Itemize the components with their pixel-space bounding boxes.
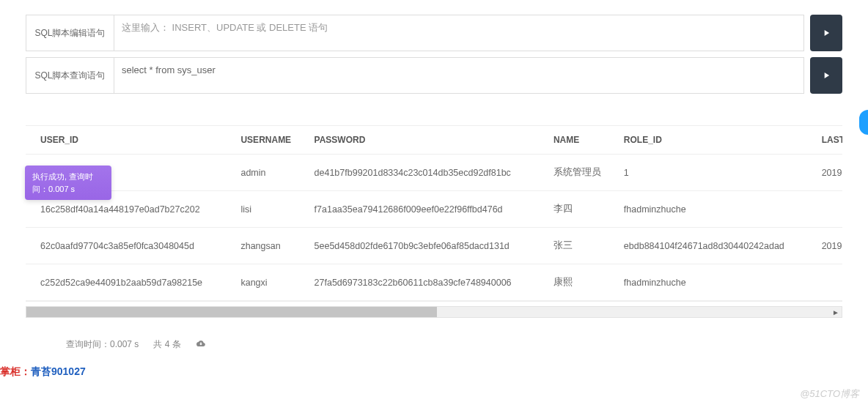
- watermark: @51CTO博客: [800, 387, 859, 401]
- shopkeeper-prefix: 掌柜：: [0, 365, 31, 377]
- col-last-login: LAST_LO: [814, 126, 842, 155]
- sql-edit-label: SQL脚本编辑语句: [26, 15, 114, 51]
- play-icon: [821, 28, 831, 38]
- scroll-right-icon[interactable]: ►: [830, 307, 842, 317]
- table-row[interactable]: 16c258df40a14a448197e0ad7b27c202 lisi f7…: [26, 191, 842, 228]
- col-user-id: USER_ID: [26, 126, 233, 155]
- run-query-button[interactable]: [810, 57, 842, 94]
- cell-name: 系统管理员: [546, 155, 617, 191]
- cell-role-id: fhadminzhuche: [617, 191, 814, 228]
- cell-role-id: 1: [617, 155, 814, 191]
- tooltip-line2: 间：0.007 s: [32, 183, 104, 196]
- tooltip-line1: 执行成功, 查询时: [32, 171, 104, 183]
- cell-name: 张三: [546, 228, 617, 264]
- cell-username: kangxi: [233, 264, 306, 301]
- run-edit-button[interactable]: [810, 15, 842, 51]
- cell-password: f7a1aa35ea79412686f009eef0e22f96ffbd476d: [307, 191, 546, 228]
- cell-username: zhangsan: [233, 228, 306, 264]
- table-row[interactable]: c252d52ca9e44091b2aab59d7a98215e kangxi …: [26, 264, 842, 301]
- col-name: NAME: [546, 126, 617, 155]
- cloud-download-icon[interactable]: [196, 339, 206, 350]
- cell-password: de41b7fb99201d8334c23c014db35ecd92df81bc: [307, 155, 546, 191]
- cell-password: 27fa5d6973183c22b60611cb8a39cfe748940006: [307, 264, 546, 301]
- table-row[interactable]: 62c0aafd97704c3a85ef0fca3048045d zhangsa…: [26, 228, 842, 264]
- cell-user-id: 62c0aafd97704c3a85ef0fca3048045d: [26, 228, 233, 264]
- cell-last-login: 2019-02-: [814, 228, 842, 264]
- footer-count: 共 4 条: [153, 338, 180, 351]
- shopkeeper-label: 掌柜：青苔901027: [0, 365, 86, 379]
- shopkeeper-value: 青苔901027: [31, 365, 86, 377]
- table-row[interactable]: admin de41b7fb99201d8334c23c014db35ecd92…: [26, 155, 842, 191]
- col-username: USERNAME: [233, 126, 306, 155]
- cell-last-login: 2019-02-: [814, 155, 842, 191]
- results-table-wrap[interactable]: USER_ID USERNAME PASSWORD NAME ROLE_ID L…: [26, 125, 842, 302]
- side-bubble[interactable]: [859, 110, 868, 135]
- results-table: USER_ID USERNAME PASSWORD NAME ROLE_ID L…: [26, 125, 842, 301]
- sql-edit-input[interactable]: [114, 15, 804, 51]
- success-tooltip: 执行成功, 查询时 间：0.007 s: [25, 166, 111, 200]
- cell-name: 康熙: [546, 264, 617, 301]
- cell-username: lisi: [233, 191, 306, 228]
- sql-query-label: SQL脚本查询语句: [26, 57, 114, 94]
- cell-user-id: c252d52ca9e44091b2aab59d7a98215e: [26, 264, 233, 301]
- cell-name: 李四: [546, 191, 617, 228]
- cell-last-login: [814, 264, 842, 301]
- cell-password: 5ee5d458d02fde6170b9c3ebfe06af85dacd131d: [307, 228, 546, 264]
- scrollbar-thumb[interactable]: [26, 307, 437, 317]
- sql-query-input[interactable]: [114, 57, 804, 94]
- footer-query-time: 查询时间：0.007 s: [66, 338, 139, 351]
- cell-last-login: [814, 191, 842, 228]
- col-role-id: ROLE_ID: [617, 126, 814, 155]
- cell-role-id: ebdb884104f24671ad8d30440242adad: [617, 228, 814, 264]
- horizontal-scrollbar[interactable]: ◄ ►: [26, 306, 842, 318]
- cell-role-id: fhadminzhuche: [617, 264, 814, 301]
- play-icon: [821, 70, 831, 81]
- col-password: PASSWORD: [307, 126, 546, 155]
- cell-username: admin: [233, 155, 306, 191]
